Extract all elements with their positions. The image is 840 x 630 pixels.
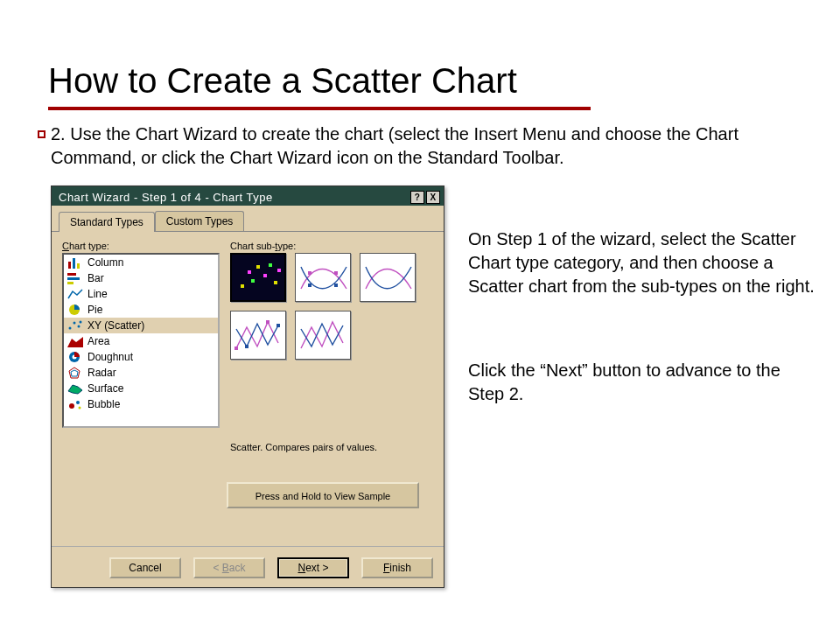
help-button[interactable]: ? (410, 191, 424, 204)
next-button[interactable]: Next > (277, 557, 349, 578)
svg-point-19 (79, 407, 81, 410)
svg-rect-22 (251, 279, 255, 283)
svg-rect-1 (73, 258, 75, 269)
svg-rect-5 (67, 282, 74, 284)
bubble-icon (67, 398, 83, 410)
tab-custom-types[interactable]: Custom Types (155, 211, 244, 231)
svg-point-18 (76, 401, 80, 404)
side-text-2: Click the “Next” button to advance to th… (468, 359, 818, 406)
dialog-panel: Chart type: ColumnBarLinePieXY (Scatter)… (52, 232, 444, 437)
svg-rect-33 (266, 320, 270, 324)
svg-rect-34 (245, 345, 248, 348)
svg-rect-35 (276, 324, 280, 327)
chart-type-list[interactable]: ColumnBarLinePieXY (Scatter)AreaDoughnut… (62, 253, 220, 428)
chart-subtype-4[interactable] (295, 311, 351, 360)
chart-type-label-text: Bubble (88, 398, 120, 410)
chart-type-label-text: Radar (88, 367, 116, 379)
pie-icon (67, 304, 83, 316)
title-underline (48, 107, 591, 110)
radar-icon (67, 367, 83, 379)
chart-type-item-surface[interactable]: Surface (64, 381, 218, 396)
svg-rect-30 (308, 284, 312, 287)
chart-subtype-3[interactable] (230, 311, 286, 360)
chart-subtype-grid (230, 253, 423, 360)
back-button[interactable]: < Back (193, 557, 265, 578)
svg-marker-16 (68, 385, 82, 394)
svg-point-7 (69, 327, 72, 330)
bar-icon (67, 272, 83, 284)
chart-type-label-text: Area (88, 335, 109, 347)
close-button[interactable]: X (426, 191, 440, 204)
surface-icon (67, 382, 83, 395)
side-text-1: On Step 1 of the wizard, select the Scat… (468, 228, 818, 298)
svg-rect-29 (334, 271, 338, 275)
svg-rect-31 (334, 284, 338, 287)
svg-point-9 (78, 326, 80, 328)
svg-rect-4 (67, 277, 80, 280)
chart-type-item-scatter[interactable]: XY (Scatter) (64, 318, 218, 333)
chart-subtype-label: Chart sub-type: (230, 241, 433, 251)
svg-rect-21 (248, 270, 251, 274)
area-icon (67, 335, 83, 347)
scatter-icon (67, 319, 83, 332)
svg-rect-26 (274, 281, 277, 284)
chart-subtype-1[interactable] (295, 253, 351, 302)
chart-type-label-text: Doughnut (88, 351, 133, 363)
svg-rect-20 (241, 284, 244, 288)
chart-type-label-text: XY (Scatter) (88, 319, 144, 332)
dialog-titlebar: Chart Wizard - Step 1 of 4 - Chart Type … (52, 186, 444, 206)
svg-rect-25 (269, 263, 272, 267)
chart-wizard-dialog: Chart Wizard - Step 1 of 4 - Chart Type … (51, 186, 444, 588)
svg-rect-27 (277, 269, 281, 272)
svg-rect-32 (234, 346, 238, 350)
svg-rect-23 (256, 265, 260, 269)
chart-type-item-line[interactable]: Line (64, 286, 218, 302)
svg-point-17 (69, 403, 74, 409)
chart-type-label-text: Bar (88, 272, 104, 284)
svg-marker-15 (71, 370, 78, 376)
chart-type-label-text: Surface (88, 382, 123, 395)
chart-type-item-bubble[interactable]: Bubble (64, 396, 218, 412)
chart-type-label-text: Pie (88, 304, 102, 316)
chart-type-item-radar[interactable]: Radar (64, 365, 218, 381)
chart-type-label-text: Line (88, 288, 108, 300)
chart-type-item-area[interactable]: Area (64, 333, 218, 349)
svg-rect-2 (77, 263, 80, 269)
step-instruction: 2. Use the Chart Wizard to create the ch… (51, 122, 786, 170)
tab-standard-types[interactable]: Standard Types (59, 212, 155, 232)
column-icon (67, 256, 83, 269)
tab-row: Standard Types Custom Types (52, 206, 444, 232)
svg-marker-11 (67, 337, 83, 347)
bullet-marker (38, 130, 46, 138)
svg-rect-3 (67, 273, 76, 276)
svg-point-10 (80, 321, 82, 324)
line-icon (67, 288, 83, 300)
chart-type-item-doughnut[interactable]: Doughnut (64, 349, 218, 365)
wizard-button-row: Cancel < Back Next > Finish (52, 546, 444, 578)
chart-subtype-2[interactable] (360, 253, 416, 302)
finish-button[interactable]: Finish (361, 557, 433, 578)
chart-subtype-0[interactable] (230, 253, 286, 302)
page-title: How to Create a Scatter Chart (48, 61, 517, 101)
cancel-button[interactable]: Cancel (109, 557, 181, 578)
svg-rect-24 (263, 274, 267, 277)
view-sample-button[interactable]: Press and Hold to View Sample (227, 482, 419, 508)
chart-type-label: Chart type: (62, 241, 220, 251)
subtype-description: Scatter. Compares pairs of values. (227, 440, 433, 482)
svg-rect-28 (308, 271, 312, 275)
chart-type-item-column[interactable]: Column (64, 255, 218, 270)
chart-type-item-pie[interactable]: Pie (64, 302, 218, 318)
svg-point-8 (74, 322, 76, 325)
doughnut-icon (67, 351, 83, 363)
chart-type-label-text: Column (88, 256, 123, 269)
chart-type-item-bar[interactable]: Bar (64, 270, 218, 286)
svg-rect-0 (68, 262, 71, 269)
dialog-title: Chart Wizard - Step 1 of 4 - Chart Type (59, 191, 409, 204)
